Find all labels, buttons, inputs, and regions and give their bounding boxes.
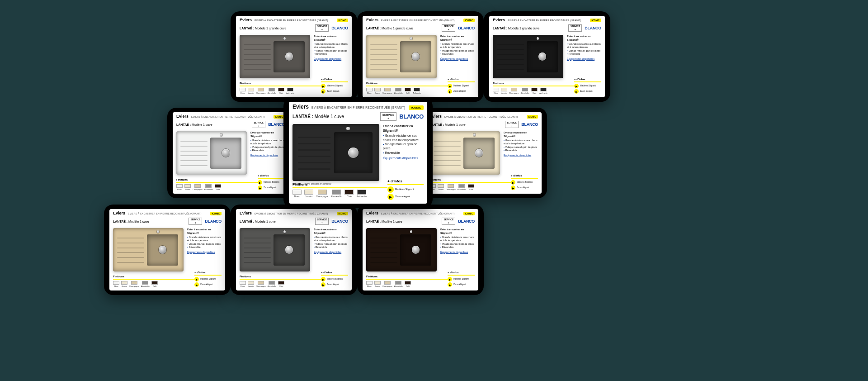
- swatch-champagne[interactable]: Champagne: [256, 88, 266, 94]
- equipment-link[interactable]: Équipements disponibles: [250, 154, 285, 157]
- swatch-champagne[interactable]: Champagne: [382, 88, 392, 94]
- swatch-champagne[interactable]: Champagne: [193, 184, 203, 190]
- iconic-badge[interactable]: ICONIC: [337, 212, 349, 215]
- iconic-badge[interactable]: ICONIC: [463, 19, 475, 22]
- swatch-café[interactable]: Café: [531, 88, 538, 94]
- iconic-badge[interactable]: ICONIC: [590, 19, 602, 22]
- equipment-link[interactable]: Équipements disponibles: [440, 57, 475, 61]
- info-link[interactable]: ▶Matières Silgranit: [448, 84, 475, 88]
- swatch-chip: [332, 190, 341, 195]
- swatch-jasmin[interactable]: Jasmin: [438, 184, 444, 190]
- product-details: Evier à encastrer en Silgranit®Grande ré…: [504, 131, 538, 175]
- info-link[interactable]: ▶Matières Silgranit: [321, 84, 348, 88]
- swatch-list: BlancJasminChampagneAlumétallicCafé: [240, 281, 316, 287]
- swatch-jasmin[interactable]: Jasmin: [374, 281, 381, 287]
- category-subtitle: EVIERS À ENCASTRER EN PIERRE RECONSTITUÉ…: [311, 106, 405, 109]
- info-link[interactable]: ▶Matières Silgranit: [321, 277, 348, 281]
- equipment-link[interactable]: Équipements disponibles: [314, 57, 348, 61]
- swatch-alumétallic[interactable]: Alumétallic: [204, 184, 213, 190]
- swatch-blanc[interactable]: Blanc: [113, 281, 119, 287]
- swatch-anthracite[interactable]: Anthracite: [413, 88, 421, 94]
- feature-item: Grande résistance aux chocs et à la temp…: [567, 43, 601, 49]
- swatch-blanc[interactable]: Blanc: [240, 88, 246, 94]
- info-link[interactable]: ▶Matières Silgranit: [574, 84, 601, 88]
- info-link[interactable]: ▶Zoom élégant: [321, 282, 348, 287]
- swatch-café[interactable]: Café: [278, 281, 284, 287]
- swatch-jasmin[interactable]: Jasmin: [248, 88, 254, 94]
- swatch-chip: [357, 190, 366, 195]
- equipment-link[interactable]: Équipements disponibles: [440, 251, 475, 254]
- swatch-alumétallic[interactable]: Alumétallic: [458, 184, 466, 190]
- swatch-alumétallic[interactable]: Alumétallic: [521, 88, 529, 94]
- swatch-champagne[interactable]: Champagne: [382, 281, 392, 287]
- category-title: Eviers: [493, 18, 505, 22]
- info-link[interactable]: ▶Zoom élégant: [574, 89, 601, 94]
- iconic-badge[interactable]: ICONIC: [210, 212, 222, 215]
- swatch-café[interactable]: Café: [405, 88, 411, 94]
- info-link[interactable]: ▶Matières Silgranit: [511, 180, 538, 185]
- info-link[interactable]: ▶Zoom élégant: [194, 282, 222, 287]
- swatch-jasmin[interactable]: Jasmin: [121, 281, 127, 287]
- iconic-badge[interactable]: ICONIC: [409, 105, 424, 110]
- swatch-café[interactable]: Café: [151, 281, 158, 287]
- swatch-café[interactable]: Café: [278, 88, 284, 94]
- info-link[interactable]: ▶Matières Silgranit: [258, 180, 285, 185]
- swatch-blanc[interactable]: Blanc: [176, 184, 183, 190]
- swatch-anthracite[interactable]: Anthracite: [286, 88, 294, 94]
- iconic-badge[interactable]: ICONIC: [527, 115, 538, 119]
- info-link[interactable]: ▶Matières Silgranit: [387, 186, 424, 193]
- swatch-jasmin[interactable]: Jasmin: [501, 88, 507, 94]
- info-link[interactable]: ▶Zoom élégant: [448, 282, 475, 287]
- swatch-champagne[interactable]: Champagne: [509, 88, 519, 94]
- swatch-label: Jasmin: [248, 285, 254, 287]
- iconic-badge[interactable]: ICONIC: [463, 212, 475, 215]
- swatch-alumétallic[interactable]: Alumétallic: [141, 281, 150, 287]
- swatch-jasmin[interactable]: Jasmin: [304, 190, 313, 198]
- info-link[interactable]: ▶Zoom élégant: [387, 194, 424, 200]
- info-link[interactable]: ▶Matières Silgranit: [194, 277, 222, 281]
- swatch-alumétallic[interactable]: Alumétallic: [331, 190, 342, 198]
- swatch-champagne[interactable]: Champagne: [256, 281, 266, 287]
- product-title: LANTAÉ : Modèle 1 grande cuve: [493, 27, 539, 30]
- equipment-link[interactable]: Équipements disponibles: [383, 156, 424, 160]
- feature-item: Réversible: [314, 52, 348, 56]
- info-link[interactable]: ▶Zoom élégant: [448, 89, 475, 94]
- feature-item: Vidage manuel gain de place: [187, 243, 222, 246]
- iconic-badge[interactable]: ICONIC: [337, 19, 349, 22]
- equipment-link[interactable]: Équipements disponibles: [504, 154, 538, 157]
- swatch-alumétallic[interactable]: Alumétallic: [268, 88, 276, 94]
- swatch-café[interactable]: Café: [215, 184, 221, 190]
- swatch-champagne[interactable]: Champagne: [446, 184, 456, 190]
- swatch-jasmin[interactable]: Jasmin: [248, 281, 254, 287]
- swatch-champagne[interactable]: Champagne: [316, 190, 328, 198]
- swatch-café[interactable]: Café: [405, 281, 411, 287]
- swatch-anthracite[interactable]: Anthracite: [539, 88, 547, 94]
- swatch-blanc[interactable]: Blanc: [366, 281, 373, 287]
- swatch-jasmin[interactable]: Jasmin: [184, 184, 191, 190]
- info-link[interactable]: ▶Zoom élégant: [258, 186, 285, 190]
- equipment-link[interactable]: Équipements disponibles: [187, 251, 222, 254]
- equipment-link[interactable]: Équipements disponibles: [567, 57, 601, 61]
- swatch-café[interactable]: Café: [468, 184, 474, 190]
- swatch-blanc[interactable]: Blanc: [240, 281, 246, 287]
- swatch-champagne[interactable]: Champagne: [129, 281, 139, 287]
- category-title: Eviers: [366, 211, 378, 215]
- swatch-alumétallic[interactable]: Alumétallic: [268, 281, 276, 287]
- info-link[interactable]: ▶Zoom élégant: [511, 186, 538, 190]
- swatch-alumétallic[interactable]: Alumétallic: [394, 88, 403, 94]
- swatch-blanc[interactable]: Blanc: [366, 88, 373, 94]
- swatch-anthracite[interactable]: Anthracite: [356, 190, 367, 198]
- swatch-list: BlancJasminChampagneAlumétallicCaféAnthr…: [493, 88, 570, 94]
- equipment-link[interactable]: Équipements disponibles: [314, 251, 348, 254]
- swatch-blanc[interactable]: Blanc: [493, 88, 499, 94]
- swatch-label: Blanc: [177, 188, 182, 190]
- swatch-label: Anthracite: [539, 92, 547, 94]
- swatch-blanc[interactable]: Blanc: [292, 190, 302, 198]
- info-link[interactable]: ▶Matières Silgranit: [448, 277, 475, 281]
- info-link[interactable]: ▶Zoom élégant: [321, 89, 348, 94]
- infos-title: + d'infos: [321, 78, 348, 82]
- swatch-café[interactable]: Café: [344, 190, 354, 198]
- feature-item: Réversible: [440, 52, 475, 56]
- swatch-alumétallic[interactable]: Alumétallic: [394, 281, 403, 287]
- swatch-jasmin[interactable]: Jasmin: [374, 88, 381, 94]
